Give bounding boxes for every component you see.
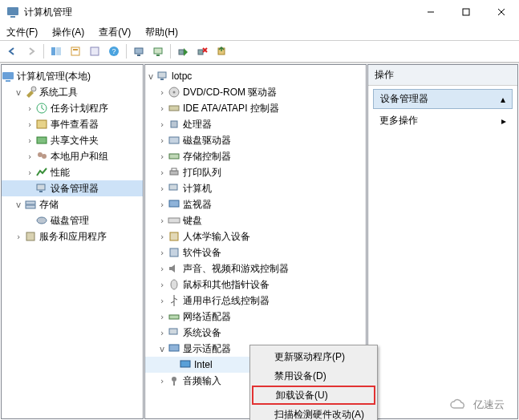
expander-icon[interactable]: › (156, 168, 168, 178)
enable-device-button[interactable] (174, 42, 192, 60)
device-label: 处理器 (183, 118, 212, 131)
scope-performance[interactable]: ›性能 (2, 164, 143, 180)
expander-icon[interactable]: › (156, 376, 168, 386)
expander-icon[interactable]: › (156, 103, 168, 114)
expander-icon[interactable]: v (156, 344, 168, 354)
expander-icon[interactable]: › (156, 151, 168, 162)
svg-rect-16 (156, 55, 160, 56)
expander-icon[interactable]: › (24, 151, 35, 162)
ctx-scan-hardware[interactable]: 扫描检测硬件改动(A) (252, 405, 375, 420)
export-button[interactable] (86, 42, 103, 60)
device-category[interactable]: ›处理器 (145, 116, 366, 132)
expander-icon[interactable]: › (13, 232, 24, 242)
device-category[interactable]: ›监视器 (145, 196, 366, 212)
cpu-icon (168, 118, 180, 131)
scope-root-label: 计算机管理(本地) (17, 70, 91, 83)
expander-icon[interactable]: › (24, 119, 35, 130)
expander-icon[interactable]: v (13, 200, 24, 210)
device-root-label: lotpc (172, 71, 192, 82)
ctx-disable-device[interactable]: 禁用设备(D) (252, 366, 375, 386)
device-category[interactable]: ›IDE ATA/ATAPI 控制器 (145, 100, 366, 116)
expander-icon[interactable]: › (156, 248, 168, 258)
expander-icon[interactable]: › (24, 135, 35, 146)
svg-rect-46 (169, 184, 177, 190)
device-root[interactable]: v lotpc (145, 68, 366, 84)
device-category[interactable]: ›存储控制器 (145, 148, 366, 164)
device-category[interactable]: ›声音、视频和游戏控制器 (145, 260, 366, 277)
expander-icon[interactable]: › (156, 264, 168, 274)
close-button[interactable] (484, 0, 519, 24)
help-button[interactable]: ? (105, 42, 123, 60)
actions-section[interactable]: 设备管理器 ▴ (373, 89, 513, 109)
device-category[interactable]: ›鼠标和其他指针设备 (145, 277, 366, 293)
scope-label: 存储 (39, 198, 59, 212)
expander-icon[interactable]: › (156, 296, 168, 306)
device-category[interactable]: ›计算机 (145, 180, 366, 196)
actions-more-label: 更多操作 (379, 114, 418, 127)
expander-icon[interactable]: › (156, 216, 168, 226)
scope-shared-folders[interactable]: ›共享文件夹 (2, 132, 143, 148)
scope-tree[interactable]: 计算机管理(本地) v 系统工具 ›任务计划程序 ›事件查看器 ›共享文件夹 ›… (1, 64, 144, 419)
menu-help[interactable]: 帮助(H) (142, 26, 181, 39)
forward-button[interactable] (22, 42, 40, 60)
scope-storage[interactable]: v存储 (2, 196, 143, 212)
device-category[interactable]: ›通用串行总线控制器 (145, 293, 366, 309)
scope-label: 任务计划程序 (51, 102, 108, 115)
scope-root[interactable]: 计算机管理(本地) (2, 68, 143, 84)
expander-icon[interactable]: › (156, 87, 168, 98)
app-icon (6, 6, 19, 18)
scope-disk-management[interactable]: 磁盘管理 (2, 212, 143, 228)
expander-icon[interactable]: › (156, 280, 168, 290)
uninstall-device-button[interactable] (193, 42, 211, 60)
device-category[interactable]: ›系统设备 (145, 325, 366, 341)
device-category[interactable]: ›磁盘驱动器 (145, 132, 366, 148)
scope-system-tools[interactable]: v 系统工具 (2, 84, 143, 100)
menu-file[interactable]: 文件(F) (3, 26, 41, 39)
ctx-uninstall-device[interactable]: 卸载设备(U) (252, 386, 375, 405)
device-label: 键盘 (183, 214, 202, 228)
scan-hardware-button[interactable] (149, 42, 167, 60)
expander-icon[interactable]: › (156, 200, 168, 210)
scope-services-apps[interactable]: ›服务和应用程序 (2, 228, 143, 244)
expander-icon[interactable]: › (24, 103, 35, 114)
expander-icon[interactable]: › (156, 119, 168, 130)
minimize-button[interactable] (413, 0, 448, 24)
device-label: 存储控制器 (183, 150, 231, 164)
svg-rect-17 (179, 50, 184, 55)
device-category[interactable]: ›DVD/CD-ROM 驱动器 (145, 84, 366, 100)
svg-rect-55 (180, 361, 190, 367)
properties-button[interactable] (67, 42, 84, 60)
expander-icon[interactable]: › (156, 312, 168, 322)
expander-icon[interactable]: v (145, 71, 156, 82)
expander-icon[interactable]: › (156, 232, 168, 242)
scope-event-viewer[interactable]: ›事件查看器 (2, 116, 143, 132)
device-category[interactable]: ›键盘 (145, 212, 366, 228)
computer-icon (168, 182, 180, 195)
expander-icon[interactable]: v (13, 87, 24, 98)
expander-icon[interactable]: › (156, 135, 168, 146)
scope-device-manager[interactable]: 设备管理器 (2, 180, 143, 196)
device-category[interactable]: ›软件设备 (145, 244, 366, 260)
device-category[interactable]: ›人体学输入设备 (145, 228, 366, 244)
svg-rect-41 (171, 121, 177, 127)
expander-icon[interactable]: › (156, 184, 168, 194)
ctx-update-driver[interactable]: 更新驱动程序(P) (252, 347, 375, 366)
scope-label: 设备管理器 (51, 182, 99, 196)
menu-action[interactable]: 操作(A) (49, 26, 87, 39)
scope-local-users[interactable]: ›本地用户和组 (2, 148, 143, 164)
update-driver-button[interactable] (213, 42, 230, 60)
maximize-button[interactable] (448, 0, 484, 24)
expander-icon[interactable]: › (24, 168, 35, 178)
expander-icon[interactable]: › (156, 328, 168, 338)
show-hide-tree-button[interactable] (47, 42, 65, 60)
device-category[interactable]: ›打印队列 (145, 164, 366, 180)
svg-rect-8 (71, 47, 79, 55)
device-category[interactable]: ›网络适配器 (145, 309, 366, 325)
scope-task-scheduler[interactable]: ›任务计划程序 (2, 100, 143, 116)
device-view-button[interactable] (130, 42, 148, 60)
menu-view[interactable]: 查看(V) (95, 26, 134, 39)
clock-icon (35, 102, 48, 115)
chevron-right-icon: ▸ (501, 115, 506, 127)
back-button[interactable] (3, 42, 21, 60)
actions-more[interactable]: 更多操作 ▸ (368, 109, 517, 132)
